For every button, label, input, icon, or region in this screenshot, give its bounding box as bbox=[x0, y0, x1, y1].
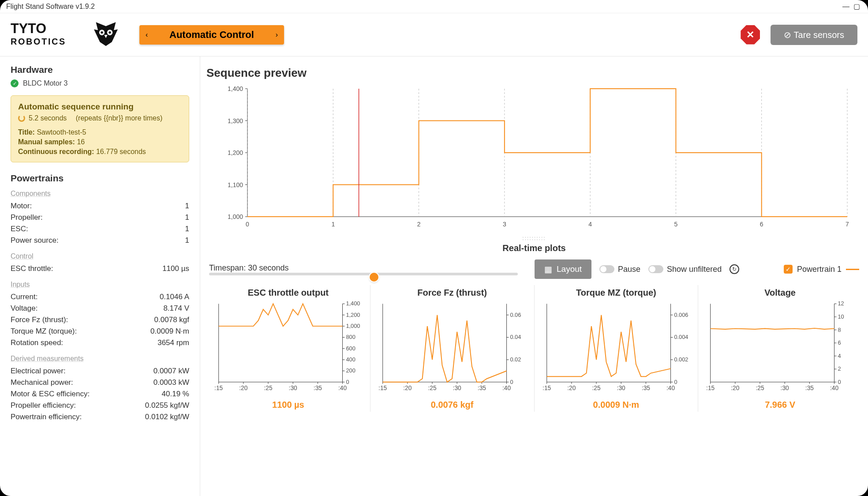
kv-row: Current:0.1046 A bbox=[11, 291, 189, 303]
kv-value: 0.1046 A bbox=[160, 293, 189, 301]
svg-text:6: 6 bbox=[838, 339, 841, 346]
svg-text:10: 10 bbox=[838, 313, 844, 320]
svg-text::35: :35 bbox=[478, 385, 486, 391]
mini-chart[interactable]: Voltage 024681012:15:20:25:30:35:40 7.96… bbox=[698, 285, 862, 412]
svg-text::40: :40 bbox=[502, 385, 511, 391]
svg-text:1,300: 1,300 bbox=[228, 117, 243, 124]
kv-key: Mechanical power: bbox=[11, 378, 73, 387]
kv-key: Electrical power: bbox=[11, 367, 66, 376]
svg-text::15: :15 bbox=[378, 385, 387, 391]
svg-text:5: 5 bbox=[674, 221, 678, 228]
pause-toggle[interactable]: Pause bbox=[599, 265, 640, 274]
mini-chart[interactable]: Force Fz (thrust) 00.020.040.06:15:20:25… bbox=[370, 285, 535, 412]
kv-row: Rotation speed:3654 rpm bbox=[11, 337, 189, 349]
svg-point-5 bbox=[108, 31, 111, 33]
refresh-icon[interactable]: ↻ bbox=[730, 264, 739, 274]
sequence-preview-chart[interactable]: 1,0001,1001,2001,3001,40001234567 bbox=[206, 84, 862, 234]
seq-cont-label: Continuous recording: bbox=[18, 148, 94, 155]
layout-button[interactable]: ▦ Layout bbox=[535, 259, 591, 279]
svg-text:2: 2 bbox=[417, 221, 421, 228]
svg-text::30: :30 bbox=[289, 385, 297, 391]
svg-text:200: 200 bbox=[346, 367, 355, 374]
toggle-switch-icon bbox=[648, 265, 663, 273]
kv-row: Motor & ESC efficiency:40.19 % bbox=[11, 388, 189, 400]
mini-chart-value: 1100 µs bbox=[210, 400, 367, 410]
toggle-switch-icon bbox=[599, 265, 614, 273]
window-minimize-icon[interactable]: — bbox=[841, 3, 851, 11]
hardware-item[interactable]: ✓ BLDC Motor 3 bbox=[11, 79, 189, 87]
mini-chart-value: 0.0009 N·m bbox=[538, 400, 695, 410]
svg-text::30: :30 bbox=[617, 385, 625, 391]
svg-text:400: 400 bbox=[346, 356, 355, 363]
svg-text::15: :15 bbox=[706, 385, 715, 391]
svg-text:8: 8 bbox=[838, 327, 841, 333]
mini-chart-title: Force Fz (thrust) bbox=[374, 288, 531, 298]
kv-value: 1100 µs bbox=[162, 264, 189, 273]
chevron-right-icon[interactable]: › bbox=[276, 31, 278, 39]
mini-chart-value: 7.966 V bbox=[702, 400, 858, 410]
main-panel: Sequence preview 1,0001,1001,2001,3001,4… bbox=[200, 56, 868, 496]
kv-value: 0.0255 kgf/W bbox=[145, 401, 189, 410]
powertrain-legend[interactable]: ✓ Powertrain 1 bbox=[784, 265, 859, 274]
svg-text:ROBOTICS: ROBOTICS bbox=[11, 36, 66, 46]
svg-text:4: 4 bbox=[588, 221, 592, 228]
svg-text:800: 800 bbox=[346, 334, 355, 340]
panel-resize-handle[interactable]: :::::::::: bbox=[206, 235, 862, 241]
layout-label: Layout bbox=[557, 264, 582, 274]
kv-key: Motor: bbox=[11, 202, 32, 210]
close-icon: ✕ bbox=[746, 29, 754, 41]
svg-text:1,400: 1,400 bbox=[346, 301, 360, 307]
window-maximize-icon[interactable]: ▢ bbox=[851, 2, 862, 11]
sequence-running-box: Automatic sequence running 5.2 seconds (… bbox=[11, 95, 189, 162]
grid-icon: ▦ bbox=[544, 264, 552, 274]
control-subheading: Control bbox=[11, 252, 189, 260]
kv-key: Motor & ESC efficiency: bbox=[11, 390, 90, 398]
svg-text::25: :25 bbox=[592, 385, 600, 391]
powertrains-heading: Powertrains bbox=[11, 173, 189, 184]
seq-samples-label: Manual samples: bbox=[18, 138, 75, 146]
svg-text::40: :40 bbox=[830, 385, 838, 391]
kv-key: Power source: bbox=[11, 236, 59, 245]
svg-text:0.06: 0.06 bbox=[510, 312, 521, 318]
svg-text:0: 0 bbox=[838, 379, 841, 385]
kv-key: Powertrain efficiency: bbox=[11, 413, 82, 421]
svg-text::20: :20 bbox=[731, 385, 740, 391]
logo: TYTO ROBOTICS bbox=[11, 19, 122, 51]
hardware-item-label: BLDC Motor 3 bbox=[23, 79, 67, 87]
kv-key: Voltage: bbox=[11, 304, 37, 313]
stop-button[interactable]: ✕ bbox=[741, 25, 760, 45]
slider-thumb-icon[interactable] bbox=[370, 273, 378, 282]
kv-key: Torque MZ (torque): bbox=[11, 327, 77, 336]
kv-row: Power source:1 bbox=[11, 235, 189, 246]
kv-row: Propeller efficiency:0.0255 kgf/W bbox=[11, 400, 189, 411]
show-unfiltered-toggle[interactable]: Show unfiltered bbox=[648, 265, 722, 274]
svg-text:0.02: 0.02 bbox=[510, 356, 521, 363]
seq-cont-val: 16.779 seconds bbox=[96, 148, 146, 155]
derived-subheading: Derived measurements bbox=[11, 355, 189, 363]
svg-text:0: 0 bbox=[246, 221, 249, 228]
svg-text::35: :35 bbox=[641, 385, 650, 391]
svg-text::40: :40 bbox=[338, 385, 347, 391]
chevron-left-icon[interactable]: ‹ bbox=[146, 31, 148, 39]
mini-chart[interactable]: Torque MZ (torque) 00.0020.0040.006:15:2… bbox=[535, 285, 699, 412]
kv-row: ESC:1 bbox=[11, 223, 189, 235]
kv-key: ESC throttle: bbox=[11, 264, 53, 273]
svg-text::30: :30 bbox=[781, 385, 789, 391]
svg-text:0.04: 0.04 bbox=[510, 334, 521, 340]
tare-sensors-button[interactable]: ⊘ Tare sensors bbox=[771, 25, 857, 45]
svg-text::15: :15 bbox=[542, 385, 551, 391]
automatic-control-button[interactable]: ‹ Automatic Control › bbox=[139, 25, 284, 45]
svg-text:12: 12 bbox=[838, 301, 844, 307]
mini-chart[interactable]: ESC throttle output 02004006008001,0001,… bbox=[206, 285, 370, 412]
timespan-slider[interactable] bbox=[209, 273, 518, 275]
svg-text:3: 3 bbox=[503, 221, 506, 228]
realtime-plots-title: Real-time plots bbox=[206, 243, 862, 253]
svg-text::30: :30 bbox=[453, 385, 461, 391]
kv-row: ESC throttle:1100 µs bbox=[11, 263, 189, 274]
content: Hardware ✓ BLDC Motor 3 Automatic sequen… bbox=[0, 56, 868, 496]
tare-label: ⊘ Tare sensors bbox=[784, 30, 844, 40]
app-window: Flight Stand Software v1.9.2 — ▢ TYTO RO… bbox=[0, 0, 868, 496]
svg-text:0: 0 bbox=[674, 379, 677, 385]
kv-value: 0.0102 kgf/W bbox=[145, 413, 189, 421]
svg-text:0.006: 0.006 bbox=[674, 312, 688, 318]
